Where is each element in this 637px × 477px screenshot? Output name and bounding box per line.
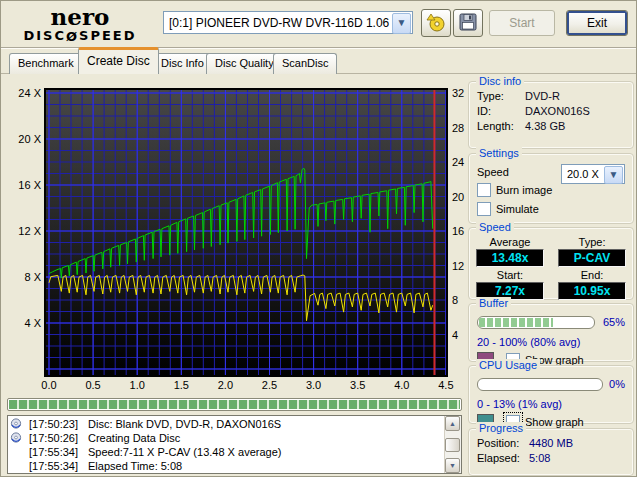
log-text: Disc: Blank DVD, DVD-R, DAXON016S	[88, 418, 281, 430]
left-axis-tick: 4 X	[24, 317, 41, 329]
right-axis-tick: 24	[452, 156, 464, 168]
speed-group: Speed Average 13.48x Type: P-CAV Start: …	[468, 227, 634, 300]
chevron-down-icon[interactable]: ▼	[604, 166, 623, 184]
log-text: Elapsed Time: 5:08	[88, 460, 182, 472]
group-title: CPU Usage	[476, 359, 540, 371]
log-row: [17:50:23] Disc: Blank DVD, DVD-R, DAXON…	[8, 417, 461, 430]
start-button[interactable]: Start	[489, 10, 555, 36]
logo-disc-word: DISC	[23, 28, 66, 43]
log-text: Speed:7-11 X P-CAV (13.48 X average)	[88, 446, 281, 458]
buffer-group: Buffer 65% 20 - 100% (80% avg) Show grap…	[468, 303, 634, 362]
disc-length-value: 4.38 GB	[525, 120, 565, 132]
position-label: Position:	[477, 437, 529, 449]
group-title: Speed	[476, 221, 514, 233]
buffer-level-bar	[477, 316, 595, 329]
group-title: Disc info	[476, 75, 524, 87]
log-scrollbar[interactable]: ▲ ▼	[444, 416, 461, 473]
buffer-level-fill	[479, 318, 553, 327]
log-time: [17:50:26]	[23, 432, 78, 444]
speed-type-label: Type:	[579, 236, 606, 248]
disc-info-group: Disc info Type:DVD-R ID:DAXON016S Length…	[468, 81, 634, 149]
toolbar: nero DISCØSPEED [0:1] PIONEER DVD-RW DVR…	[1, 1, 636, 48]
right-axis-tick: 32	[452, 87, 464, 99]
right-axis-tick: 16	[452, 225, 464, 237]
log-time: [17:55:34]	[23, 460, 78, 472]
speed-type-display: P-CAV	[558, 249, 626, 267]
cpu-usage-group: CPU Usage 0% 0 - 13% (1% avg) Show graph	[468, 365, 634, 424]
log-row: [17:55:34] Elapsed Time: 5:08	[8, 459, 461, 472]
drive-selector[interactable]: [0:1] PIONEER DVD-RW DVR-116D 1.06 ▼	[163, 11, 413, 34]
logo-nero-text: nero	[11, 5, 149, 28]
logo-speed-word: SPEED	[79, 28, 136, 43]
progress-group: Progress Position:4480 MB Elapsed:5:08	[468, 428, 634, 476]
tab-disc-info[interactable]: Disc Info	[152, 53, 213, 74]
x-axis-tick: 2.0	[218, 379, 233, 391]
speed-select[interactable]: 20.0 X ▼	[561, 164, 625, 184]
log-row: [17:50:26] Creating Data Disc	[8, 431, 461, 444]
average-speed-label: Average	[490, 236, 531, 248]
scroll-up-icon[interactable]: ▲	[445, 416, 460, 431]
tab-benchmark[interactable]: Benchmark	[9, 53, 83, 74]
left-axis-tick: 20 X	[18, 133, 41, 145]
group-title: Buffer	[476, 297, 511, 309]
scrollbar-thumb[interactable]	[445, 438, 460, 452]
speed-setting-label: Speed	[477, 166, 509, 178]
left-axis-tick: 24 X	[18, 87, 41, 99]
scroll-down-icon[interactable]: ▼	[445, 458, 460, 473]
eject-disc-icon	[425, 12, 447, 32]
x-axis-tick: 1.0	[130, 379, 145, 391]
left-axis-tick: 12 X	[18, 225, 41, 237]
left-axis-tick: 16 X	[18, 179, 41, 191]
x-axis-tick: 4.0	[394, 379, 409, 391]
simulate-checkbox[interactable]	[477, 202, 491, 216]
log-time: [17:50:23]	[23, 418, 78, 430]
save-button[interactable]	[453, 9, 483, 37]
right-axis-tick: 12	[452, 260, 464, 272]
cpu-percent: 0%	[609, 378, 625, 390]
disc-id-value: DAXON016S	[525, 105, 590, 117]
x-axis-tick: 3.5	[350, 379, 365, 391]
write-progress-fill	[9, 400, 460, 409]
logo-discspeed-text: DISCØSPEED	[11, 29, 149, 42]
eject-button[interactable]	[421, 9, 451, 37]
write-progress-bar	[7, 398, 462, 411]
burn-image-checkbox[interactable]	[477, 183, 491, 197]
disc-logo-icon: Ø	[66, 30, 79, 43]
elapsed-value: 5:08	[529, 452, 550, 464]
left-axis-tick: 8 X	[24, 271, 41, 283]
disc-type-value: DVD-R	[525, 90, 560, 102]
log-time: [17:55:34]	[23, 446, 78, 458]
buffer-percent: 65%	[603, 316, 625, 328]
x-axis-tick: 4.5	[438, 379, 453, 391]
chevron-down-icon[interactable]: ▼	[392, 13, 411, 34]
group-title: Progress	[476, 422, 526, 434]
log-row: [17:55:34] Speed:7-11 X P-CAV (13.48 X a…	[8, 445, 461, 458]
log-panel: [17:50:23] Disc: Blank DVD, DVD-R, DAXON…	[7, 415, 462, 474]
position-value: 4480 MB	[529, 437, 573, 449]
tab-create-disc[interactable]: Create Disc	[78, 47, 159, 74]
right-axis-tick: 28	[452, 122, 464, 134]
nero-discspeed-logo: nero DISCØSPEED	[11, 5, 149, 43]
settings-group: Settings Speed 20.0 X ▼ Burn image Simul…	[468, 153, 634, 224]
cpu-range: 0 - 13% (1% avg)	[477, 398, 633, 410]
tab-disc-quality[interactable]: Disc Quality	[206, 53, 283, 74]
group-title: Settings	[476, 147, 522, 159]
elapsed-label: Elapsed:	[477, 452, 529, 464]
average-speed-display: 13.48x	[476, 249, 544, 267]
x-axis-tick: 2.5	[262, 379, 277, 391]
right-axis-tick: 4	[452, 329, 458, 341]
disc-log-icon	[10, 418, 23, 429]
end-speed-label: End:	[581, 269, 604, 281]
write-speed-chart: 24 X20 X16 X12 X8 X4 X322824201612840.00…	[1, 74, 467, 400]
end-speed-display: 10.95x	[558, 282, 626, 300]
tab-scandisc[interactable]: ScanDisc	[273, 53, 337, 74]
disc-id-label: ID:	[477, 105, 525, 117]
app-window: nero DISCØSPEED [0:1] PIONEER DVD-RW DVR…	[0, 0, 637, 477]
tab-strip: Benchmark Create Disc Disc Info Disc Qua…	[1, 47, 636, 74]
exit-button[interactable]: Exit	[566, 10, 628, 36]
simulate-label: Simulate	[496, 203, 539, 215]
speed-select-value: 20.0 X	[567, 168, 599, 180]
x-axis-tick: 1.5	[174, 379, 189, 391]
right-axis-tick: 8	[452, 294, 458, 306]
drive-selector-value: [0:1] PIONEER DVD-RW DVR-116D 1.06	[169, 16, 389, 30]
